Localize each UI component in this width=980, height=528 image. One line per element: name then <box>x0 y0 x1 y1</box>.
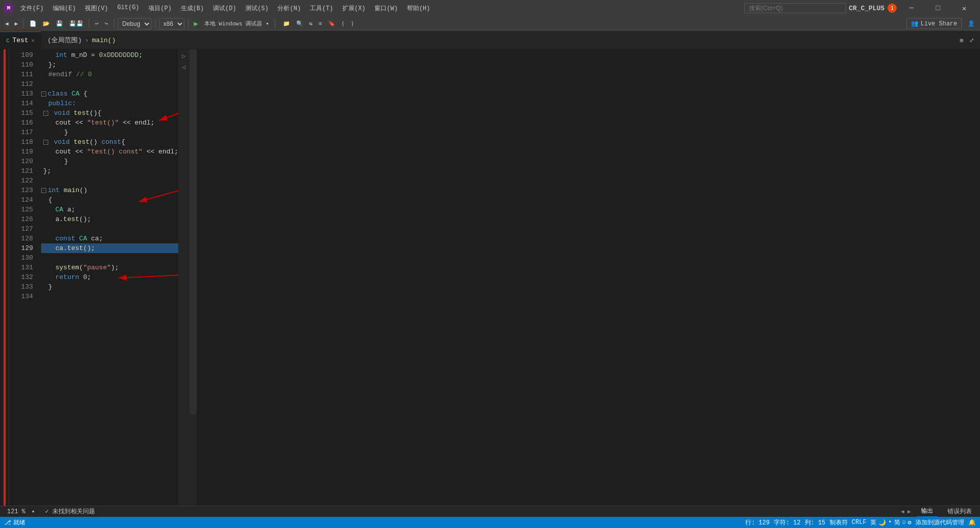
menu-analyze[interactable]: 分析(N) <box>273 3 305 14</box>
line-number-status[interactable]: 行: 129 <box>745 518 770 527</box>
fold-113[interactable]: - <box>41 91 46 97</box>
save-all-button[interactable]: 💾💾 <box>67 19 85 28</box>
run-label[interactable]: 本地 Windows 调试器 ▾ <box>202 19 271 28</box>
line-num: 115 <box>9 108 33 118</box>
search-input[interactable] <box>744 3 846 13</box>
code-line-116: cout << "test()" << endl; <box>41 118 178 128</box>
outline-icon[interactable]: ▷ <box>179 51 188 60</box>
collapse-icon[interactable]: ◁ <box>179 63 188 72</box>
search-icon-btn[interactable]: 🔍 <box>294 19 305 28</box>
save-button[interactable]: 💾 <box>54 19 65 28</box>
code-line-117: } <box>41 128 178 137</box>
tab-test[interactable]: C Test ✕ <box>0 32 41 49</box>
code-line-109: int m_nD = 0xDDDDDDDD; <box>41 50 178 60</box>
output-bar: 121 % ▾ ✓ 未找到相关问题 ◀ ▶ 输出 错误列表 <box>0 506 980 517</box>
output-tab-output[interactable]: 输出 <box>917 506 937 517</box>
code-line-133: } <box>41 282 178 292</box>
line-num: 109 <box>9 50 33 60</box>
maximize-button[interactable]: □ <box>926 0 950 16</box>
output-tab-errors[interactable]: 错误列表 <box>943 506 976 517</box>
add-source-status[interactable]: 添加到源代码管理 <box>915 518 964 527</box>
new-file-button[interactable]: 📄 <box>27 19 39 28</box>
encoding-status[interactable]: 英 🌙 • 简 ☺ ⚙ <box>870 518 911 527</box>
line-num: 117 <box>9 128 33 137</box>
menu-extensions[interactable]: 扩展(X) <box>338 3 370 14</box>
notification-icon[interactable]: 🔔 <box>968 519 976 526</box>
code-line-118: - void test() const{ <box>41 137 178 147</box>
diff-icon-btn[interactable]: ⇆ <box>307 19 315 28</box>
scroll-arrows: ◀ ▶ <box>901 508 911 515</box>
menu-edit[interactable]: 编辑(E) <box>49 3 80 14</box>
scrollbar[interactable] <box>189 49 197 506</box>
code-editor[interactable]: 109 110 111 112 113 114 115 116 117 118 … <box>9 49 178 506</box>
minimize-button[interactable]: ─ <box>900 0 923 16</box>
fold-118[interactable]: - <box>43 140 48 145</box>
error-indicator <box>4 49 6 506</box>
nav-btn1[interactable]: ⟨ <box>339 19 347 28</box>
menu-file[interactable]: 文件(F) <box>16 3 48 14</box>
run-button[interactable]: ▶ <box>192 18 200 29</box>
debug-config-dropdown[interactable]: Debug <box>118 18 151 29</box>
close-button[interactable]: ✕ <box>953 0 976 16</box>
live-share-button[interactable]: 👥 Live Share <box>906 18 962 29</box>
col-number-status[interactable]: 列: 15 <box>805 518 826 527</box>
arch-dropdown[interactable]: x86 <box>159 18 184 29</box>
line-num: 129 <box>9 243 33 253</box>
tab-mode-status[interactable]: 制表符 <box>830 518 848 527</box>
tab-close-icon[interactable]: ✕ <box>31 37 35 44</box>
fold-115[interactable]: - <box>43 111 48 116</box>
line-num: 125 <box>9 205 33 214</box>
menu-debug[interactable]: 调试(D) <box>209 3 240 14</box>
menu-project[interactable]: 项目(P) <box>144 3 176 14</box>
expand-button[interactable]: ⤢ <box>967 36 976 45</box>
source-control-item[interactable]: ⎇ 就绪 <box>4 518 25 527</box>
line-num: 121 <box>9 166 33 176</box>
menu-tools[interactable]: 工具(T) <box>306 3 337 14</box>
align-btn[interactable]: ≡ <box>317 20 324 28</box>
bookmark-btn[interactable]: 🔖 <box>326 19 337 28</box>
menu-test[interactable]: 测试(S) <box>241 3 273 14</box>
toolbar-separator-2 <box>89 19 89 28</box>
undo-button[interactable]: ↩ <box>93 19 101 28</box>
menu-window[interactable]: 窗口(W) <box>370 3 402 14</box>
notification-badge[interactable]: 1 <box>888 4 897 13</box>
no-issues-text: ✓ 未找到相关问题 <box>45 507 95 516</box>
tab-label: Test <box>13 37 28 44</box>
menu-view[interactable]: 视图(V) <box>81 3 112 14</box>
code-line-113: - class CA { <box>41 89 178 99</box>
code-line-126: a.test(); <box>41 214 178 224</box>
toolbar-icons: 📁 🔍 ⇆ ≡ 🔖 ⟨ ⟩ <box>281 19 356 28</box>
toolbar-separator-3 <box>114 19 114 28</box>
line-num: 116 <box>9 118 33 128</box>
toolbar: ◀ ▶ 📄 📂 💾 💾💾 ↩ ↪ Debug x86 ▶ 本地 Windows … <box>0 16 980 32</box>
tab-right-actions: ⊞ ⤢ <box>954 32 980 49</box>
dot-icon: • <box>888 519 892 526</box>
redo-button[interactable]: ↪ <box>103 19 110 28</box>
char-number-status[interactable]: 字符: 12 <box>774 518 801 527</box>
fold-123[interactable]: - <box>41 188 46 193</box>
open-button[interactable]: 📂 <box>41 19 52 28</box>
menu-git[interactable]: Git(G) <box>113 3 143 14</box>
nav-btn2[interactable]: ⟩ <box>349 19 356 28</box>
forward-button[interactable]: ▶ <box>13 19 20 28</box>
moon-icon: 🌙 <box>878 519 886 526</box>
line-num: 110 <box>9 60 33 70</box>
code-line-111: #endif // 0 <box>41 70 178 79</box>
emoji-icon: ☺ <box>902 519 906 526</box>
status-ready: 就绪 <box>13 518 25 527</box>
account-button[interactable]: 👤 <box>966 19 977 28</box>
line-num: 122 <box>9 176 33 185</box>
toolbar-separator-5 <box>188 19 188 28</box>
git-icon: ⎇ <box>4 519 11 526</box>
vs-icon: M <box>4 4 13 13</box>
folder-icon-btn[interactable]: 📁 <box>281 19 292 28</box>
menu-help[interactable]: 帮助(H) <box>403 3 434 14</box>
zoom-dropdown[interactable]: ▾ <box>29 507 37 516</box>
status-bar-left: ⎇ 就绪 <box>4 518 25 527</box>
menu-build[interactable]: 生成(B) <box>177 3 208 14</box>
back-button[interactable]: ◀ <box>3 19 11 28</box>
line-ending-status[interactable]: CRLF <box>852 519 867 526</box>
split-editor-button[interactable]: ⊞ <box>958 36 965 45</box>
toolbar-separator-4 <box>155 19 155 28</box>
line-num: 131 <box>9 263 33 272</box>
